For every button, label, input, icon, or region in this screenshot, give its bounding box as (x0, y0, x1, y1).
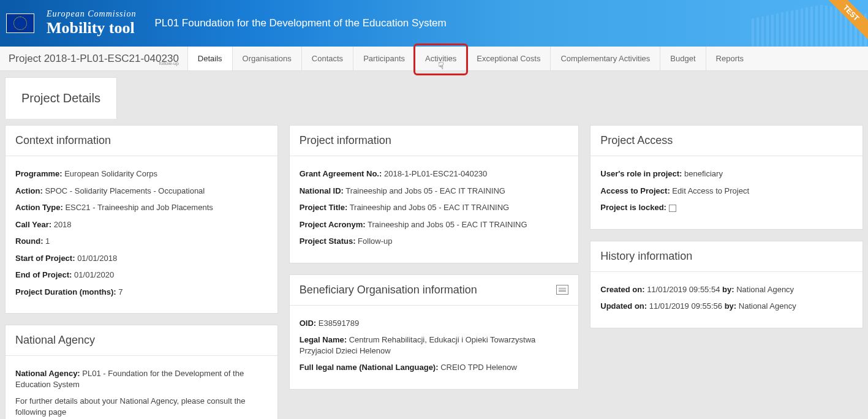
subtab-project-details[interactable]: Project Details (5, 77, 117, 119)
updated-by-value: National Agency (739, 301, 796, 311)
tab-participants[interactable]: Participants (353, 47, 415, 70)
created-time: 11/01/2019 09:55:54 (647, 285, 720, 294)
created-by-value: National Agency (736, 285, 794, 294)
history-heading: History information (591, 241, 862, 272)
brand-ec-label: European Commission (47, 9, 136, 19)
project-title-value: Traineeship and Jobs 05 - EAC IT TRAININ… (350, 203, 510, 212)
panel-history: History information Created on: 11/01/20… (590, 241, 863, 328)
tab-label: Budget (670, 54, 695, 63)
brand-tool-label: Mobility tool (47, 19, 136, 37)
end-date-value: 01/01/2020 (74, 270, 114, 279)
updated-time: 11/01/2019 09:55:56 (649, 301, 722, 311)
tab-complementary[interactable]: Complementary Activities (550, 47, 660, 70)
tab-details[interactable]: Details (187, 47, 232, 70)
national-agency-heading: National Agency (6, 325, 277, 356)
panel-beneficiary: Beneficiary Organisation information OID… (289, 274, 579, 390)
action-type-value: ESC21 - Traineeship and Job Placements (65, 203, 213, 212)
duration-label: Project Duration (months): (15, 287, 116, 296)
app-header: European Commission Mobility tool PL01 F… (0, 0, 868, 47)
project-code-text: Project 2018-1-PL01-ESC21-040230 (9, 53, 179, 64)
na-further-text: For further details about your National … (15, 396, 268, 417)
tab-label: Reports (716, 54, 744, 63)
project-navbar: Project 2018-1-PL01-ESC21-040230 follow-… (0, 47, 868, 71)
eu-flag-icon (6, 13, 34, 33)
tab-activities[interactable]: Activities☟ (415, 47, 466, 70)
updated-by-label: by: (725, 301, 737, 311)
round-value: 1 (45, 236, 50, 246)
action-type-label: Action Type: (15, 203, 63, 212)
tab-label: Participants (363, 54, 405, 63)
updated-label: Updated on: (600, 301, 647, 311)
national-id-value: Traineeship and Jobs 05 - EAC IT TRAININ… (345, 186, 505, 195)
context-heading: Context information (6, 126, 277, 156)
tab-exceptional[interactable]: Exceptional Costs (466, 47, 550, 70)
national-id-label: National ID: (300, 186, 344, 195)
programme-value: European Solidarity Corps (64, 169, 157, 178)
access-value: Edit Access to Project (672, 186, 749, 195)
oid-value: E38591789 (319, 319, 360, 328)
start-date-value: 01/01/2018 (77, 254, 117, 263)
acronym-value: Traineeship and Jobs 05 - EAC IT TRAININ… (368, 220, 527, 229)
tab-budget[interactable]: Budget (660, 47, 705, 70)
panel-context: Context information Programme: European … (5, 125, 278, 314)
full-legal-value: CREIO TPD Helenow (440, 363, 517, 372)
created-label: Created on: (600, 285, 644, 294)
brand-block: European Commission Mobility tool (47, 9, 136, 37)
locked-label: Project is locked: (600, 203, 666, 212)
list-details-icon[interactable] (556, 285, 568, 295)
grant-label: Grant Agreement No.: (300, 169, 382, 178)
project-info-heading: Project information (290, 126, 579, 156)
oid-label: OID: (300, 319, 316, 328)
beneficiary-heading: Beneficiary Organisation information (290, 275, 579, 306)
call-year-label: Call Year: (15, 220, 51, 229)
programme-label: Programme: (15, 169, 62, 178)
status-value: Follow-up (358, 236, 392, 246)
round-label: Round: (15, 236, 43, 246)
na-label: National Agency: (15, 369, 80, 378)
tab-label: Details (198, 54, 222, 63)
panel-national-agency: National Agency National Agency: PL01 - … (5, 325, 278, 419)
tab-reports[interactable]: Reports (706, 47, 754, 70)
tab-row: DetailsOrganisationsContactsParticipants… (187, 47, 753, 70)
content-columns: Context information Programme: European … (0, 119, 868, 419)
full-legal-label: Full legal name (National Language): (300, 363, 439, 372)
project-code-sub: follow-up (159, 61, 179, 66)
subtab-row: Project Details (0, 71, 868, 119)
tab-label: Exceptional Costs (477, 54, 540, 63)
grant-value: 2018-1-PL01-ESC21-040230 (384, 169, 487, 178)
tab-label: Contacts (312, 54, 343, 63)
panel-project-info: Project information Grant Agreement No.:… (289, 125, 579, 263)
org-title: PL01 Foundation for the Development of t… (154, 17, 446, 29)
status-label: Project Status: (300, 236, 356, 246)
action-value: SPOC - Solidarity Placements - Occupatio… (45, 186, 205, 195)
tab-label: Complementary Activities (560, 54, 650, 63)
tab-organisations[interactable]: Organisations (232, 47, 301, 70)
role-value: beneficiary (684, 169, 723, 178)
acronym-label: Project Acronym: (300, 220, 366, 229)
start-date-label: Start of Project: (15, 254, 75, 263)
tab-label: Activities (425, 54, 456, 63)
project-code: Project 2018-1-PL01-ESC21-040230 follow-… (0, 53, 187, 65)
project-title-label: Project Title: (300, 203, 348, 212)
created-by-label: by: (722, 285, 734, 294)
action-label: Action: (15, 186, 43, 195)
tab-contacts[interactable]: Contacts (301, 47, 353, 70)
panel-access: Project Access User's role in project: b… (590, 125, 863, 230)
beneficiary-heading-text: Beneficiary Organisation information (300, 284, 477, 296)
access-heading: Project Access (591, 126, 862, 156)
call-year-value: 2018 (54, 220, 72, 229)
locked-checkbox[interactable] (669, 205, 676, 212)
access-label: Access to Project: (600, 186, 670, 195)
legal-name-label: Legal Name: (300, 335, 347, 344)
end-date-label: End of Project: (15, 270, 72, 279)
role-label: User's role in project: (600, 169, 682, 178)
duration-value: 7 (118, 287, 123, 296)
tab-label: Organisations (243, 54, 292, 63)
